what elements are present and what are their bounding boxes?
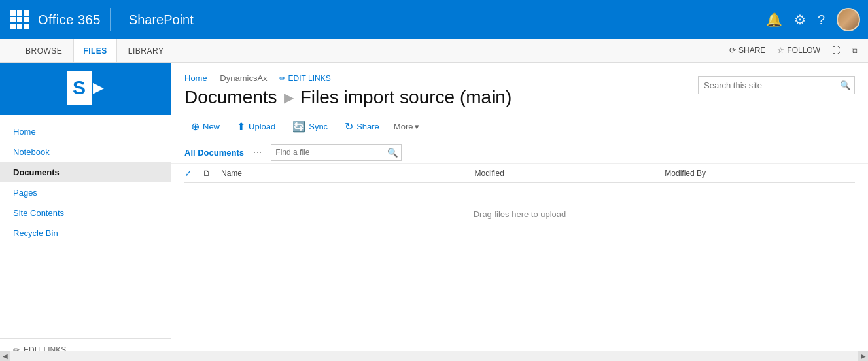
col-modified[interactable]: Modified <box>475 169 665 178</box>
search-box-area: 🔍 <box>698 73 855 94</box>
file-icon: 🗋 <box>203 169 211 178</box>
main-header: Home DynamicsAx ✏ EDIT LINKS Documents ▶… <box>171 63 868 113</box>
hscroll-left-button[interactable]: ◀ <box>0 351 10 362</box>
share-label: SHARE <box>738 46 765 55</box>
breadcrumb-home[interactable]: Home <box>184 73 207 83</box>
edit-links-label: EDIT LINKS <box>288 74 331 83</box>
follow-star-icon: ☆ <box>777 46 784 55</box>
chevron-down-icon: ▾ <box>415 122 419 131</box>
col-modified-by[interactable]: Modified By <box>665 169 855 178</box>
top-bar: Office 365 SharePoint 🔔 ⚙ ? <box>0 0 868 39</box>
new-label: New <box>203 122 220 131</box>
find-file-input[interactable] <box>271 148 384 157</box>
share-refresh-icon: ⟳ <box>729 46 736 55</box>
tab-files[interactable]: FILES <box>73 39 117 62</box>
title-arrow-icon: ▶ <box>284 90 294 105</box>
sidebar-item-recycle-bin[interactable]: Recycle Bin <box>0 223 171 243</box>
all-docs-ellipsis[interactable]: ··· <box>253 146 262 158</box>
content-wrapper: S ▶ Home Notebook Documents Pages Site C… <box>0 63 868 361</box>
top-bar-left: Office 365 SharePoint <box>8 8 766 31</box>
sidebar-item-site-contents[interactable]: Site Contents <box>0 203 171 223</box>
sync-icon: 🔄 <box>292 120 305 133</box>
col-file-icon: 🗋 <box>203 169 221 178</box>
share-label: Share <box>356 122 379 131</box>
breadcrumb-area: Home DynamicsAx ✏ EDIT LINKS Documents ▶… <box>184 73 512 108</box>
col-check: ✓ <box>184 168 203 179</box>
follow-action[interactable]: ☆ FOLLOW <box>777 46 820 55</box>
hscroll-track[interactable] <box>10 351 858 362</box>
sidebar-item-pages[interactable]: Pages <box>0 182 171 203</box>
bottom-scrollbar: ◀ ▶ <box>0 351 868 361</box>
table-header: ✓ 🗋 Name Modified Modified By <box>184 164 855 183</box>
search-input[interactable] <box>699 80 836 90</box>
share-icon: ↻ <box>345 120 353 133</box>
find-file-button[interactable]: 🔍 <box>384 144 401 161</box>
fullscreen-action[interactable]: ⛶ <box>832 46 840 55</box>
user-avatar[interactable] <box>837 8 860 31</box>
bell-icon[interactable]: 🔔 <box>766 12 782 27</box>
share-button[interactable]: ↻ Share <box>338 117 386 136</box>
upload-button[interactable]: ⬆ Upload <box>230 117 282 136</box>
breadcrumb-dynamicsax[interactable]: DynamicsAx <box>220 73 267 83</box>
breadcrumb: Home DynamicsAx ✏ EDIT LINKS <box>184 73 512 83</box>
sync-label: Sync <box>309 122 328 131</box>
more-button[interactable]: More ▾ <box>390 118 424 135</box>
page-title: Documents ▶ Files import source (main) <box>184 87 512 108</box>
sharepoint-label: SharePoint <box>129 12 194 27</box>
drag-message: Drag files here to upload <box>474 209 566 219</box>
tab-browse[interactable]: BROWSE <box>16 39 72 62</box>
upload-label: Upload <box>249 122 275 131</box>
new-button[interactable]: ⊕ New <box>184 117 226 136</box>
follow-label: FOLLOW <box>787 46 820 55</box>
help-icon[interactable]: ? <box>818 12 825 27</box>
share-action[interactable]: ⟳ SHARE <box>729 46 765 55</box>
upload-icon: ⬆ <box>237 120 245 133</box>
top-bar-divider <box>110 8 111 31</box>
check-icon: ✓ <box>184 168 192 179</box>
fullscreen-icon: ⛶ <box>832 46 840 55</box>
doc-table: ✓ 🗋 Name Modified Modified By Drag files… <box>171 164 868 361</box>
s-letter: S <box>67 71 92 105</box>
search-input-wrap: 🔍 <box>698 76 855 94</box>
hscroll-right-button[interactable]: ▶ <box>858 351 868 362</box>
breadcrumb-separator <box>213 73 215 83</box>
top-bar-right: 🔔 ⚙ ? <box>766 8 860 31</box>
waffle-grid-icon <box>10 10 29 29</box>
office365-label: Office 365 <box>38 12 101 27</box>
sidebar-item-documents[interactable]: Documents <box>0 162 171 182</box>
sidebar-nav: Home Notebook Documents Pages Site Conte… <box>0 115 171 338</box>
ribbon-actions: ⟳ SHARE ☆ FOLLOW ⛶ ⧉ <box>729 39 858 62</box>
edit-pencil-icon: ✏ <box>279 74 286 83</box>
title-files-import: Files import source (main) <box>300 87 512 108</box>
gear-icon[interactable]: ⚙ <box>794 12 806 27</box>
drag-upload-area[interactable]: Drag files here to upload <box>184 183 855 245</box>
breadcrumb-edit-links[interactable]: ✏ EDIT LINKS <box>279 74 331 83</box>
dock-action[interactable]: ⧉ <box>852 46 858 55</box>
sidebar-item-home[interactable]: Home <box>0 122 171 142</box>
find-file-wrap: 🔍 <box>271 144 402 161</box>
sidebar-logo: S ▶ <box>0 63 171 115</box>
search-button[interactable]: 🔍 <box>836 76 854 94</box>
doc-list-header: All Documents ··· 🔍 <box>171 141 868 164</box>
dock-icon: ⧉ <box>852 46 858 55</box>
sync-button[interactable]: 🔄 Sync <box>286 117 334 136</box>
doc-toolbar: ⊕ New ⬆ Upload 🔄 Sync ↻ Share More ▾ <box>171 113 868 141</box>
tab-library[interactable]: LIBRARY <box>118 39 174 62</box>
waffle-button[interactable] <box>8 8 31 31</box>
ribbon-tabs: BROWSE FILES LIBRARY ⟳ SHARE ☆ FOLLOW ⛶ … <box>0 39 868 63</box>
title-documents: Documents <box>184 87 277 108</box>
avatar-image <box>838 8 859 31</box>
sidebar-item-notebook[interactable]: Notebook <box>0 142 171 162</box>
more-label: More <box>394 122 413 131</box>
sharepoint-logo: S ▶ <box>67 71 104 107</box>
sidebar: S ▶ Home Notebook Documents Pages Site C… <box>0 63 171 361</box>
s-arrow-icon: ▶ <box>93 79 104 96</box>
new-icon: ⊕ <box>191 120 200 133</box>
main-area: Home DynamicsAx ✏ EDIT LINKS Documents ▶… <box>171 63 868 361</box>
col-name[interactable]: Name <box>221 169 475 178</box>
all-documents-label[interactable]: All Documents <box>184 148 244 158</box>
